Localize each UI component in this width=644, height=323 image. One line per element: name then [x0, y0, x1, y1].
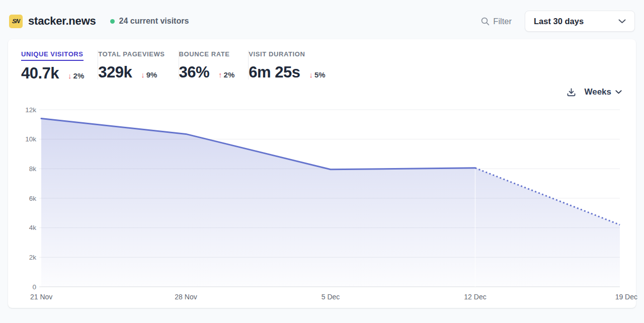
download-icon — [567, 88, 576, 97]
analytics-card: UNIQUE VISITORS 40.7k ↓2% TOTAL PAGEVIEW… — [8, 39, 636, 308]
svg-text:0: 0 — [32, 283, 36, 291]
stat-visit-duration[interactable]: VISIT DURATION 6m 25s ↓5% — [249, 49, 339, 82]
stat-unique-visitors[interactable]: UNIQUE VISITORS 40.7k ↓2% — [21, 49, 98, 83]
visitors-chart: 02k4k6k8k10k12k 21 Nov28 Nov5 Dec12 Dec1… — [21, 103, 631, 304]
stat-bounce-rate[interactable]: BOUNCE RATE 36% ↑2% — [179, 49, 249, 82]
stat-total-pageviews[interactable]: TOTAL PAGEVIEWS 329k ↓9% — [98, 49, 178, 82]
svg-text:4k: 4k — [29, 224, 37, 231]
stats-row: UNIQUE VISITORS 40.7k ↓2% TOTAL PAGEVIEW… — [21, 49, 631, 83]
area-fill — [41, 119, 620, 287]
download-button[interactable] — [567, 88, 576, 97]
site-logo[interactable]: SN — [9, 15, 23, 28]
stat-value: 6m 25s — [249, 63, 300, 82]
arrow-down-icon: ↓ — [68, 71, 72, 80]
svg-text:12 Dec: 12 Dec — [464, 293, 486, 301]
stat-change: 9% — [146, 70, 157, 79]
svg-text:21 Nov: 21 Nov — [30, 293, 52, 301]
top-bar: SN stacker.news 24 current visitors Filt… — [0, 0, 644, 39]
site-logo-text: SN — [12, 18, 20, 25]
svg-text:10k: 10k — [25, 135, 36, 143]
stat-value: 40.7k — [21, 64, 59, 83]
svg-text:12k: 12k — [25, 106, 36, 114]
area-chart: 02k4k6k8k10k12k 21 Nov28 Nov5 Dec12 Dec1… — [21, 103, 643, 304]
x-axis-labels: 21 Nov28 Nov5 Dec12 Dec19 Dec — [30, 293, 637, 301]
svg-text:2k: 2k — [29, 254, 37, 261]
chevron-down-icon — [618, 19, 626, 24]
date-range-value: Last 30 days — [534, 17, 584, 26]
svg-text:28 Nov: 28 Nov — [175, 293, 197, 301]
y-axis-labels: 02k4k6k8k10k12k — [25, 106, 36, 291]
date-range-select[interactable]: Last 30 days — [525, 11, 635, 32]
arrow-down-icon: ↓ — [309, 70, 313, 79]
stat-label: TOTAL PAGEVIEWS — [98, 50, 165, 60]
stat-label: UNIQUE VISITORS — [21, 50, 84, 61]
svg-text:8k: 8k — [29, 165, 37, 173]
live-visitors-dot-icon — [110, 19, 115, 24]
chart-toolbar: Weeks — [21, 84, 631, 101]
stat-change: 5% — [314, 70, 326, 79]
stat-label: BOUNCE RATE — [179, 50, 230, 60]
search-icon — [481, 17, 490, 26]
filter-label: Filter — [493, 17, 512, 26]
arrow-up-icon: ↑ — [218, 70, 222, 79]
stat-change: 2% — [224, 70, 235, 79]
current-visitors[interactable]: 24 current visitors — [110, 17, 189, 26]
site-name[interactable]: stacker.news — [28, 15, 96, 28]
stat-value: 36% — [179, 63, 210, 82]
stat-change: 2% — [73, 71, 85, 80]
chevron-down-icon — [615, 90, 622, 94]
svg-text:19 Dec: 19 Dec — [615, 293, 637, 301]
arrow-down-icon: ↓ — [141, 70, 145, 79]
svg-text:6k: 6k — [29, 195, 37, 202]
interval-select[interactable]: Weeks — [584, 87, 622, 97]
filter-button[interactable]: Filter — [481, 17, 512, 26]
interval-value: Weeks — [584, 87, 611, 97]
current-visitors-label: 24 current visitors — [119, 17, 189, 26]
svg-text:5 Dec: 5 Dec — [321, 293, 340, 301]
stat-value: 329k — [98, 63, 132, 82]
stat-label: VISIT DURATION — [249, 50, 305, 60]
